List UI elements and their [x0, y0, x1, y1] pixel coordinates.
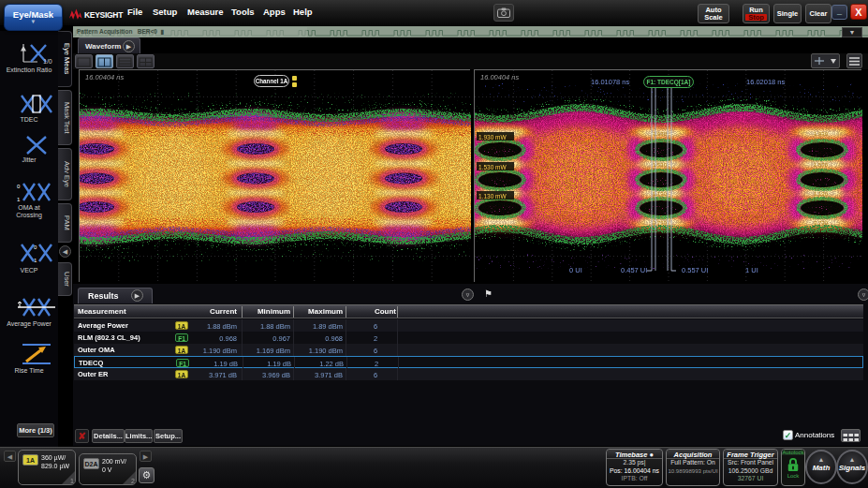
- svg-text:1.930: 1.930: [814, 131, 829, 137]
- svg-text:0: 0: [17, 184, 21, 189]
- svg-text:1.930 mW: 1.930 mW: [478, 134, 507, 140]
- svg-text:0: 0: [34, 244, 37, 250]
- svg-text:1: 1: [34, 258, 37, 263]
- svg-text:1/0: 1/0: [43, 58, 52, 65]
- svg-text:1.930: 1.930: [653, 131, 668, 137]
- svg-text:1.530: 1.530: [653, 162, 668, 168]
- svg-text:1: 1: [17, 197, 21, 202]
- svg-text:1.530: 1.530: [814, 162, 829, 168]
- svg-text:1.130 mW: 1.130 mW: [478, 193, 507, 200]
- svg-text:0.730: 0.730: [814, 220, 829, 226]
- svg-text:1.130: 1.130: [814, 191, 829, 197]
- svg-text:0.730: 0.730: [653, 220, 668, 226]
- svg-text:1.530 mW: 1.530 mW: [478, 164, 507, 170]
- svg-text:1.130: 1.130: [653, 191, 668, 197]
